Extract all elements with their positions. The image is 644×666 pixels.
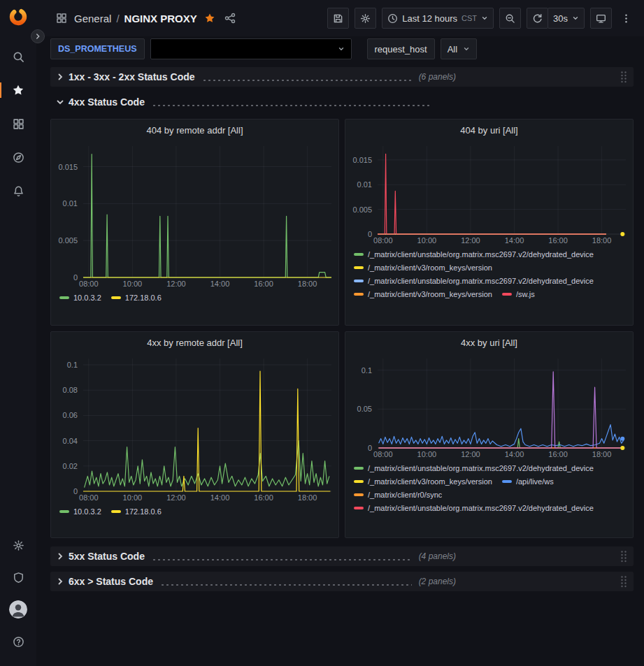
- legend-item[interactable]: /_matrix/client/v3/room_keys/version: [354, 289, 492, 300]
- row-panel-count: (4 panels): [419, 551, 456, 561]
- panel-title[interactable]: 404 by uri [All]: [345, 120, 633, 140]
- legend-item[interactable]: 172.18.0.6: [111, 292, 162, 303]
- panel-legend: 10.0.3.2172.18.0.6: [51, 289, 338, 325]
- time-series-chart[interactable]: 08:0010:0012:0014:0016:0018:0000.0050.01…: [345, 140, 633, 245]
- breadcrumb-separator: /: [116, 13, 119, 24]
- row-drag-handle[interactable]: [620, 71, 628, 83]
- time-range-picker[interactable]: Last 12 hours CST: [382, 8, 494, 29]
- request-host-label[interactable]: request_host: [367, 38, 435, 59]
- refresh-button[interactable]: [527, 8, 548, 29]
- legend-item[interactable]: /_matrix/client/unstable/org.matrix.msc2…: [354, 502, 594, 514]
- chevron-right-icon: [56, 73, 64, 81]
- kebab-menu-button[interactable]: [617, 8, 634, 29]
- panel-legend: /_matrix/client/unstable/org.matrix.msc2…: [345, 245, 633, 325]
- svg-text:14:00: 14:00: [505, 236, 524, 245]
- time-series-chart[interactable]: 08:0010:0012:0014:0016:0018:0000.050.1: [345, 353, 633, 459]
- sidebar-item-alerting[interactable]: [0, 174, 36, 208]
- breadcrumb-dashboard-title[interactable]: NGINX PROXY: [124, 13, 197, 24]
- sidebar-item-search[interactable]: [0, 40, 36, 73]
- sidebar-item-help[interactable]: [0, 625, 36, 658]
- panel-title[interactable]: 404 by remote addr [All]: [51, 120, 338, 140]
- share-icon[interactable]: [224, 13, 236, 24]
- datasource-label[interactable]: DS_PROMETHEUS: [50, 38, 145, 59]
- grafana-logo[interactable]: [8, 6, 29, 27]
- svg-text:12:00: 12:00: [461, 236, 480, 245]
- sidebar-item-explore[interactable]: [0, 140, 36, 174]
- legend-item[interactable]: /sw.js: [502, 289, 535, 300]
- sidebar-item-dashboards[interactable]: [0, 107, 36, 140]
- sidebar-item-profile[interactable]: [0, 593, 36, 625]
- svg-text:08:00: 08:00: [373, 450, 393, 458]
- svg-text:0.05: 0.05: [357, 405, 372, 413]
- dotted-leader: [152, 104, 432, 107]
- svg-text:0: 0: [368, 444, 372, 452]
- row-1xx-3xx-2xx-status-code[interactable]: 1xx - 3xx - 2xx Status Code (6 panels): [50, 67, 634, 87]
- svg-text:18:00: 18:00: [592, 450, 612, 458]
- legend-item[interactable]: /_matrix/client/unstable/org.matrix.msc2…: [354, 275, 594, 287]
- legend-label: /_matrix/client/v3/room_keys/version: [368, 262, 492, 273]
- row-drag-handle[interactable]: [620, 575, 628, 588]
- settings-gear-icon: [360, 13, 371, 24]
- legend-item[interactable]: 10.0.3.2: [59, 506, 101, 517]
- svg-text:10:00: 10:00: [123, 493, 143, 502]
- legend-item[interactable]: /api/live/ws: [502, 476, 554, 487]
- legend-item[interactable]: /_matrix/client/v3/room_keys/version: [354, 262, 492, 273]
- svg-text:0.04: 0.04: [63, 437, 78, 445]
- time-series-chart[interactable]: 08:0010:0012:0014:0016:0018:0000.0050.01…: [51, 140, 338, 289]
- row-4xx-status-code[interactable]: 4xx Status Code: [50, 92, 634, 112]
- dashboard-settings-button[interactable]: [355, 8, 376, 29]
- row-title: 1xx - 3xx - 2xx Status Code: [69, 71, 195, 82]
- row-title: 6xx > Status Code: [69, 576, 153, 587]
- svg-text:0.1: 0.1: [362, 366, 372, 375]
- panel-404-by-remote-addr: 404 by remote addr [All] 08:0010:0012:00…: [50, 119, 339, 326]
- tv-mode-button[interactable]: [590, 8, 612, 29]
- refresh-interval-picker[interactable]: 30s: [548, 8, 585, 29]
- legend-label: 172.18.0.6: [125, 506, 162, 517]
- legend-item[interactable]: /_matrix/client/unstable/org.matrix.msc2…: [354, 463, 594, 474]
- row-drag-handle[interactable]: [620, 550, 628, 563]
- panel-4xx-by-uri: 4xx by uri [All] 08:0010:0012:0014:0016:…: [345, 331, 634, 538]
- sidebar-item-starred[interactable]: [0, 73, 36, 107]
- sidebar-item-configuration[interactable]: [0, 529, 36, 561]
- legend-swatch-icon: [354, 293, 364, 296]
- legend-item[interactable]: /_matrix/client/unstable/org.matrix.msc2…: [354, 249, 594, 260]
- svg-text:08:00: 08:00: [79, 493, 99, 502]
- row-left: 1xx - 3xx - 2xx Status Code (6 panels): [56, 71, 456, 82]
- legend-label: /_matrix/client/unstable/org.matrix.msc2…: [368, 249, 594, 260]
- breadcrumb-folder[interactable]: General: [74, 13, 111, 24]
- datasource-value-select[interactable]: [150, 38, 352, 59]
- row-5xx-status-code[interactable]: 5xx Status Code (4 panels): [50, 546, 634, 566]
- sidebar: [0, 0, 36, 666]
- admin-shield-icon: [13, 572, 24, 584]
- legend-item[interactable]: 10.0.3.2: [59, 292, 101, 303]
- row-panel-count: (2 panels): [419, 577, 456, 586]
- chevron-down-icon: [463, 45, 470, 52]
- save-icon: [333, 13, 343, 24]
- time-series-chart[interactable]: 08:0010:0012:0014:0016:0018:0000.020.040…: [51, 353, 338, 502]
- legend-item[interactable]: /_matrix/client/r0/sync: [354, 489, 442, 500]
- row-6xx-status-code[interactable]: 6xx > Status Code (2 panels): [50, 572, 634, 591]
- legend-swatch-icon: [354, 467, 364, 470]
- legend-swatch-icon: [354, 280, 364, 282]
- legend-item[interactable]: /_matrix/client/v3/room_keys/version: [354, 476, 492, 487]
- svg-text:0.1: 0.1: [67, 361, 78, 369]
- svg-text:0.02: 0.02: [63, 462, 78, 470]
- panel-title[interactable]: 4xx by uri [All]: [345, 332, 633, 353]
- search-icon: [13, 51, 24, 63]
- sidebar-expand-button[interactable]: [31, 29, 45, 43]
- request-host-select[interactable]: All: [441, 38, 477, 59]
- refresh-icon: [532, 13, 543, 24]
- save-dashboard-button[interactable]: [327, 8, 349, 29]
- legend-swatch-icon: [354, 253, 364, 256]
- svg-text:14:00: 14:00: [210, 280, 230, 288]
- drag-handle-icon: [620, 575, 628, 588]
- timezone-label: CST: [461, 14, 477, 22]
- legend-item[interactable]: 172.18.0.6: [111, 506, 162, 517]
- panel-title[interactable]: 4xx by remote addr [All]: [51, 332, 338, 353]
- svg-text:0.08: 0.08: [63, 386, 78, 394]
- svg-text:18:00: 18:00: [592, 236, 612, 245]
- zoom-out-button[interactable]: [499, 8, 521, 29]
- favorite-star-icon[interactable]: [204, 13, 215, 24]
- sidebar-item-server-admin[interactable]: [0, 561, 36, 593]
- legend-label: /_matrix/client/v3/room_keys/version: [368, 289, 492, 300]
